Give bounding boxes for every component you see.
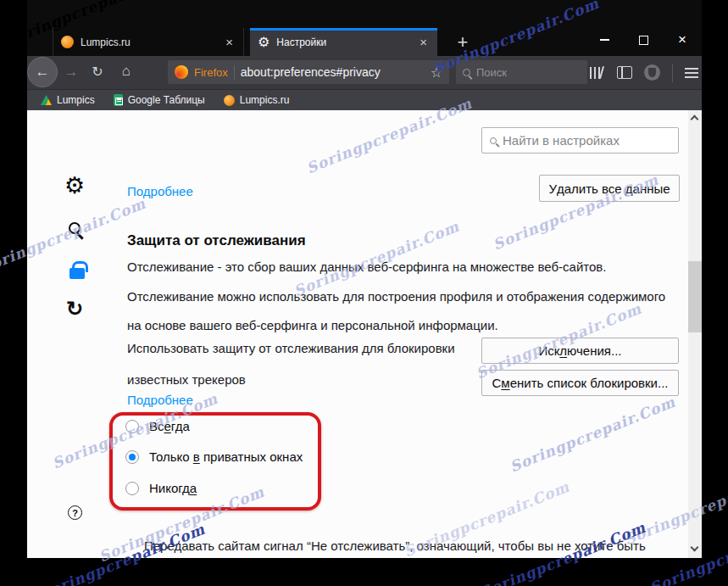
- radio-button[interactable]: [125, 420, 139, 433]
- hamburger-menu-icon[interactable]: [685, 67, 698, 79]
- bookmarks-bar: Lumpics Google Таблицы Lumpics.ru: [27, 89, 702, 110]
- category-search-icon[interactable]: [69, 222, 81, 234]
- sidebar-toggle-icon[interactable]: [617, 66, 632, 79]
- firefox-window: Lumpics.ru × ⚙ Настройки × + × ← → ↻ ⌂: [27, 0, 702, 558]
- forward-button[interactable]: →: [62, 64, 81, 82]
- window-controls: ×: [585, 28, 702, 56]
- category-sync-icon[interactable]: ↻: [66, 299, 83, 319]
- firefox-icon: [175, 65, 188, 79]
- library-icon[interactable]: [589, 66, 605, 80]
- radio-label: Только в приватных окнах: [149, 449, 303, 464]
- minimize-icon: [600, 39, 609, 41]
- radio-button[interactable]: [125, 482, 139, 495]
- google-sheets-icon: [114, 94, 123, 106]
- scroll-down-icon[interactable]: [691, 544, 699, 552]
- navbar-right-icons: [589, 56, 698, 89]
- tab-close-icon[interactable]: ×: [417, 36, 430, 48]
- tab-settings[interactable]: ⚙ Настройки ×: [250, 28, 437, 56]
- ublock-extension-icon[interactable]: [644, 64, 660, 81]
- url-text[interactable]: about:preferences#privacy: [241, 65, 425, 79]
- url-bar[interactable]: Firefox about:preferences#privacy ☆: [168, 60, 449, 84]
- reload-button[interactable]: ↻: [88, 64, 107, 82]
- browser-search-input[interactable]: [476, 66, 561, 79]
- radio-option-never[interactable]: Никогда: [125, 481, 197, 495]
- tracking-protection-label-line: известных трекеров: [127, 372, 246, 387]
- maximize-button[interactable]: [624, 28, 663, 52]
- new-tab-button[interactable]: +: [447, 28, 478, 56]
- delete-all-data-button[interactable]: Удалить все данные: [539, 175, 680, 202]
- bookmark-label: Google Таблицы: [128, 94, 205, 106]
- learn-more-link-tracking[interactable]: Подробнее: [127, 393, 193, 407]
- bookmark-lumpics-ru[interactable]: Lumpics.ru: [224, 94, 290, 106]
- do-not-track-text: Передавать сайтам сигнал “Не отслеживать…: [144, 539, 646, 553]
- scrollbar[interactable]: [688, 110, 702, 558]
- screenshot-canvas: Lumpics.ru × ⚙ Настройки × + × ← → ↻ ⌂: [0, 0, 728, 586]
- lumpics-favicon-icon: [61, 36, 74, 48]
- radio-label: Всегда: [149, 419, 190, 433]
- bookmark-lumpics-drive[interactable]: Lumpics: [41, 94, 95, 106]
- settings-search-field[interactable]: [481, 127, 679, 153]
- bookmark-label: Lumpics.ru: [240, 94, 290, 106]
- exceptions-button[interactable]: Исключения...: [481, 338, 679, 364]
- gear-icon: ⚙: [258, 36, 270, 49]
- lumpics-favicon-icon: [224, 95, 235, 106]
- tracking-description-line: Отслеживание можно использовать для пост…: [127, 289, 665, 304]
- settings-search-input[interactable]: [503, 133, 664, 148]
- tracking-description-line: на основе вашего веб-серфинга и персонал…: [127, 318, 498, 332]
- bookmark-label: Lumpics: [57, 94, 95, 106]
- tracking-description-line: Отслеживание - это сбор ваших данных веб…: [127, 260, 606, 274]
- radio-option-private-windows[interactable]: Только в приватных окнах: [125, 449, 303, 464]
- preferences-page: ⚙ ↻ ? Подробнее Удалить все данные Защит…: [27, 110, 702, 558]
- bookmark-google-sheets[interactable]: Google Таблицы: [114, 94, 205, 106]
- search-icon: [463, 69, 470, 76]
- help-icon[interactable]: ?: [68, 505, 82, 520]
- tab-title: Настройки: [276, 36, 410, 48]
- tab-title: Lumpics.ru: [81, 36, 216, 48]
- close-button[interactable]: ×: [663, 28, 702, 52]
- scroll-up-icon[interactable]: [691, 115, 699, 124]
- navbar-divider: [672, 64, 673, 82]
- category-general-gear-icon[interactable]: ⚙: [64, 175, 85, 198]
- learn-more-link-top[interactable]: Подробнее: [127, 184, 193, 198]
- tab-lumpics[interactable]: Lumpics.ru ×: [53, 28, 244, 56]
- firefox-label: Firefox: [194, 66, 228, 79]
- urlbar-divider: [234, 65, 235, 80]
- category-privacy-lock-icon[interactable]: [69, 268, 85, 279]
- search-icon: [490, 137, 497, 144]
- home-button[interactable]: ⌂: [117, 63, 136, 81]
- tab-strip: Lumpics.ru × ⚙ Настройки × + ×: [27, 0, 702, 56]
- google-drive-icon: [41, 95, 52, 105]
- minimize-button[interactable]: [585, 28, 624, 52]
- navigation-bar: ← → ↻ ⌂ Firefox about:preferences#privac…: [27, 56, 702, 89]
- bookmark-star-icon[interactable]: ☆: [431, 64, 442, 81]
- change-blocklist-button[interactable]: Сменить список блокировки...: [481, 370, 679, 396]
- tracking-protection-label-line: Использовать защиту от отслеживания для …: [127, 341, 455, 355]
- radio-label: Никогда: [149, 481, 197, 495]
- back-button[interactable]: ←: [27, 57, 58, 87]
- radio-button-selected[interactable]: [125, 450, 139, 464]
- radio-option-always[interactable]: Всегда: [125, 419, 190, 433]
- maximize-icon: [639, 36, 648, 45]
- section-heading: Защита от отслеживания: [127, 232, 306, 249]
- tab-close-icon[interactable]: ×: [223, 36, 236, 48]
- scrollbar-thumb[interactable]: [688, 261, 702, 332]
- browser-search-box[interactable]: [456, 60, 587, 84]
